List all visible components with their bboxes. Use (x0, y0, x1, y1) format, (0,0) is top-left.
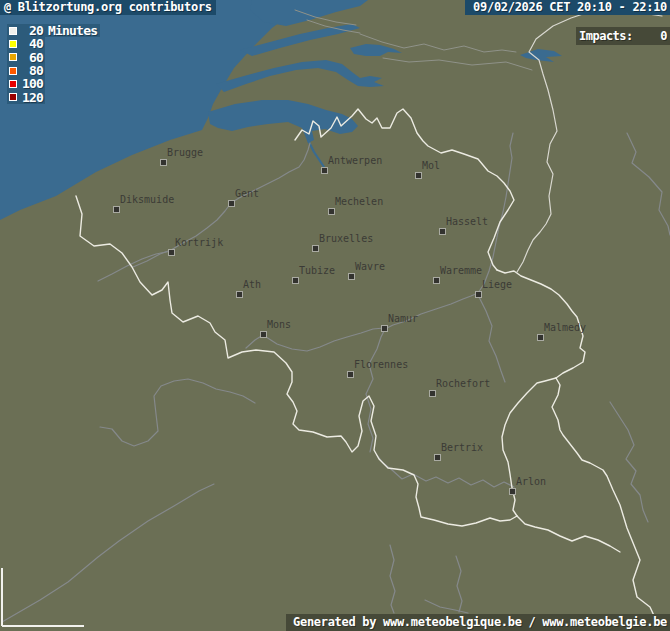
city-label: Waremme (440, 265, 482, 277)
city-label: Mechelen (335, 196, 383, 208)
city-marker-icon (509, 488, 516, 495)
legend-item: 100 (7, 77, 45, 90)
city-label: Tubize (299, 265, 335, 277)
city-label: Bruxelles (319, 233, 373, 245)
legend-item: 120 (7, 90, 45, 103)
legend-swatch-icon (9, 80, 17, 88)
impacts-count: 0 (660, 29, 667, 43)
footer-credit-bar: Generated by www.meteobelgique.be / www.… (286, 614, 670, 631)
legend-panel: 20406080100120 (7, 24, 45, 104)
legend-unit-label: Minutes (45, 24, 100, 37)
city-marker-icon (433, 277, 440, 284)
city-label: Liege (482, 279, 512, 291)
city-label: Hasselt (446, 216, 488, 228)
datetime-bar: 09/02/2026 CET 20:10 - 22:10 (465, 0, 670, 15)
city-marker-icon (160, 159, 167, 166)
city-marker-icon (348, 273, 355, 280)
legend-minutes-value: 120 (17, 90, 45, 105)
city-marker-icon (236, 291, 243, 298)
lightning-map-screen: BruggeDiksmuideGentKortrijkAntwerpenMech… (0, 0, 670, 631)
city-label: Bertrix (441, 442, 483, 454)
city-marker-icon (292, 277, 299, 284)
city-label: Rochefort (436, 378, 490, 390)
legend-swatch-icon (9, 67, 17, 75)
city-marker-icon (434, 454, 441, 461)
city-label: Gent (235, 188, 259, 200)
legend-item: 80 (7, 64, 45, 77)
legend-swatch-icon (9, 27, 17, 35)
city-marker-icon (113, 206, 120, 213)
legend-item: 40 (7, 37, 45, 50)
legend-swatch-icon (9, 93, 17, 101)
attribution-bar: @ Blitzortung.org contributors (0, 0, 216, 15)
city-marker-icon (347, 371, 354, 378)
city-label: Florennes (354, 359, 408, 371)
city-marker-icon (381, 325, 388, 332)
city-marker-icon (228, 200, 235, 207)
legend-swatch-icon (9, 40, 17, 48)
impacts-label: Impacts: (579, 29, 633, 43)
city-layer: BruggeDiksmuideGentKortrijkAntwerpenMech… (0, 0, 670, 631)
legend-item: 20 (7, 24, 45, 37)
city-marker-icon (475, 291, 482, 298)
city-marker-icon (321, 167, 328, 174)
city-marker-icon (312, 245, 319, 252)
city-marker-icon (168, 249, 175, 256)
city-label: Mons (267, 319, 291, 331)
city-label: Kortrijk (175, 237, 223, 249)
city-marker-icon (429, 390, 436, 397)
legend-item: 60 (7, 51, 45, 64)
city-marker-icon (328, 208, 335, 215)
impacts-box: Impacts: 0 (576, 27, 670, 45)
city-label: Diksmuide (120, 194, 174, 206)
city-marker-icon (537, 334, 544, 341)
legend-swatch-icon (9, 53, 17, 61)
city-label: Arlon (516, 476, 546, 488)
city-marker-icon (439, 228, 446, 235)
city-label: Brugge (167, 147, 203, 159)
city-marker-icon (260, 331, 267, 338)
city-label: Antwerpen (328, 155, 382, 167)
city-label: Ath (243, 279, 261, 291)
city-label: Mol (422, 160, 440, 172)
city-label: Namur (388, 313, 418, 325)
city-label: Wavre (355, 261, 385, 273)
city-marker-icon (415, 172, 422, 179)
city-label: Malmedy (544, 322, 586, 334)
